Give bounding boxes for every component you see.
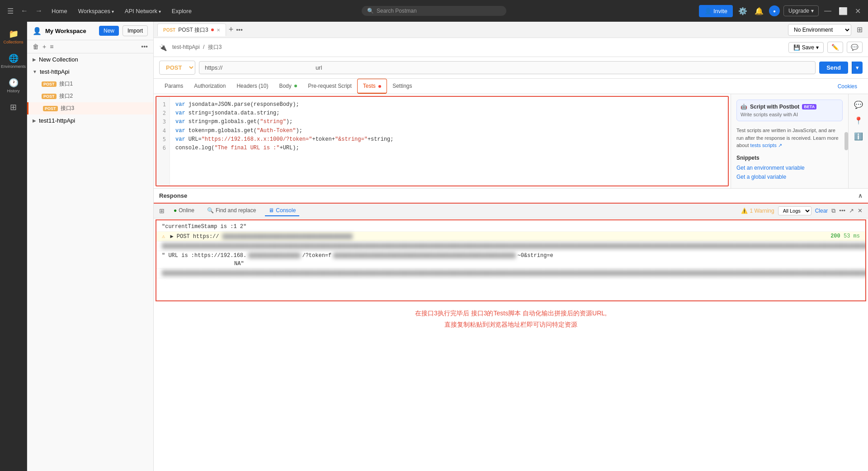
comment-icon-btn[interactable]: 💬 (847, 42, 863, 53)
tab-more-button[interactable]: ••• (236, 26, 243, 33)
menu-icon[interactable]: ☰ (5, 5, 15, 17)
settings-icon[interactable]: ⚙️ (736, 5, 749, 17)
code-line-6: console.log("The final URL is :"+URL); (175, 144, 722, 152)
close-icon[interactable]: ✕ (853, 5, 863, 17)
log-line-4: " URL is :https://192.168. █████████████… (156, 251, 865, 269)
collapse-response-icon[interactable]: ∧ (858, 192, 863, 199)
close-console-icon[interactable]: ✕ (858, 207, 863, 214)
home-nav-btn[interactable]: Home (48, 6, 71, 16)
tab-auth[interactable]: Authorization (189, 79, 231, 94)
collection-test11-httpapi[interactable]: ▶ test11-httpApi (27, 114, 153, 127)
forward-icon[interactable]: → (33, 5, 44, 17)
beta-badge: BETA (802, 104, 816, 109)
url-input[interactable] (199, 61, 816, 74)
api-item-3[interactable]: POST 接口3 (27, 102, 153, 114)
import-button[interactable]: Import (123, 25, 148, 36)
send-button[interactable]: Send (819, 62, 848, 74)
send-dropdown-button[interactable]: ▾ (852, 62, 863, 74)
response-bar: Response ∧ (154, 188, 868, 203)
environments-icon: 🌐 (9, 53, 19, 63)
layout-icon[interactable]: ⊞ (159, 207, 165, 214)
save-button[interactable]: 💾 Save ▾ (788, 42, 824, 53)
clear-button[interactable]: Clear (815, 208, 828, 214)
api-network-nav-btn[interactable]: API Network (121, 6, 165, 16)
script-panel: 🤖 Script with Postbot BETA Write scripts… (731, 94, 848, 188)
console-tab-find-replace[interactable]: 🔍 Find and replace (203, 205, 259, 216)
tab-headers[interactable]: Headers (10) (231, 79, 274, 94)
minimize-icon[interactable]: — (822, 5, 833, 17)
environment-selector[interactable]: No Environment (788, 24, 851, 36)
sidebar-toolbar: 🗑 + ≡ ••• (27, 40, 153, 53)
blurred-token: ████████████████████████████████████████… (333, 252, 515, 259)
collection-test-httpapi[interactable]: ▼ test-httpApi (27, 66, 153, 78)
tab-prerequest[interactable]: Pre-request Script (302, 79, 357, 94)
env-settings-icon[interactable]: ⊞ (855, 24, 864, 36)
tab-params[interactable]: Params (159, 79, 189, 94)
api-name-2: 接口2 (59, 92, 73, 100)
tab-body[interactable]: Body (274, 79, 302, 94)
panel-collapse-handle[interactable] (844, 132, 848, 150)
tab-close-icon[interactable]: ✕ (217, 28, 220, 33)
tab-post-api3[interactable]: POST POST 接口3 ✕ (157, 24, 226, 36)
add-icon[interactable]: + (42, 43, 46, 50)
maximize-icon[interactable]: ⬜ (837, 5, 849, 17)
sidebar-content: ▶ New Collection ▼ test-httpApi POST 接口1… (27, 53, 153, 471)
online-dot: ● (174, 207, 177, 214)
request-tabs: Params Authorization Headers (10) Body P… (154, 79, 868, 94)
comments-icon-btn[interactable]: 💬 (851, 98, 866, 112)
mock-icon: ⊞ (10, 102, 17, 112)
bell-icon[interactable]: 🔔 (753, 5, 765, 17)
line-numbers: 1 2 3 4 5 6 (156, 97, 170, 186)
info-icon-btn[interactable]: ℹ️ (851, 129, 866, 143)
code-content[interactable]: var jsondata=JSON.parse(responseBody); v… (170, 97, 728, 186)
arrow-icon: ▶ (33, 118, 36, 123)
snippet-link-1[interactable]: Get an environment variable (736, 165, 843, 171)
blurred-url: ████████████████████████████████████████ (222, 233, 353, 240)
warn-small-icon: ⚠ (162, 233, 165, 240)
sidebar-item-history[interactable]: 🕐 History (2, 74, 25, 97)
upgrade-button[interactable]: Upgrade ▾ (783, 5, 819, 16)
snippet-link-2[interactable]: Get a global variable (736, 174, 843, 180)
location-icon-btn[interactable]: 📍 (851, 114, 866, 128)
invite-button[interactable]: 👤 Invite (699, 5, 733, 17)
tab-add-button[interactable]: + (227, 25, 236, 34)
warning-icon: ⚠️ (741, 208, 748, 214)
new-collection-item[interactable]: ▶ New Collection (27, 53, 153, 66)
filter-icon[interactable]: ≡ (50, 43, 53, 50)
method-badge-post: POST (42, 81, 57, 87)
tab-cookies[interactable]: Cookies (832, 80, 863, 93)
explore-nav-btn[interactable]: Explore (168, 6, 195, 16)
sidebar-item-mock[interactable]: ⊞ (2, 99, 25, 116)
new-button[interactable]: New (99, 26, 119, 36)
code-editor[interactable]: 1 2 3 4 5 6 var jsondata=JSON.parse(resp… (156, 96, 729, 186)
edit-icon-btn[interactable]: ✏️ (827, 42, 843, 53)
workspaces-nav-btn[interactable]: Workspaces (75, 6, 118, 16)
method-select[interactable]: POST (159, 61, 195, 75)
unsaved-indicator (211, 29, 214, 31)
search-bar[interactable]: 🔍 Search Postman (362, 6, 506, 16)
api-icon: 🔌 (159, 44, 167, 51)
sidebar-item-environments[interactable]: 🌐 Environments (2, 50, 25, 72)
expand-console-icon[interactable]: ↗ (849, 207, 854, 214)
tab-tests[interactable]: Tests (357, 79, 387, 94)
back-icon[interactable]: ← (19, 5, 30, 17)
api-item-1[interactable]: POST 接口1 (27, 78, 153, 90)
avatar[interactable]: ● (769, 5, 780, 16)
code-line-4: var token=pm.globals.get("Auth-Token"); (175, 127, 722, 135)
console-tab-online[interactable]: ● Online (170, 205, 198, 216)
snippets-title: Snippets (736, 155, 843, 161)
tests-link[interactable]: tests scripts ↗ (750, 143, 782, 148)
trash-icon[interactable]: 🗑 (33, 43, 39, 50)
arrow-icon: ▼ (33, 69, 37, 74)
all-logs-select[interactable]: All Logs (778, 206, 811, 215)
response-label: Response (159, 192, 187, 199)
console-tab-console[interactable]: 🖥 Console (265, 205, 299, 216)
tab-settings[interactable]: Settings (387, 79, 417, 94)
more-console-icon[interactable]: ••• (839, 207, 845, 214)
api-item-2[interactable]: POST 接口2 (27, 90, 153, 102)
sidebar-item-collections[interactable]: 📁 Collections (2, 25, 25, 48)
annotation-line-1: 在接口3执行完毕后 接口3的Tests脚本 自动化输出拼接后的资源URL, (154, 308, 868, 319)
copy-console-icon[interactable]: ⧉ (831, 207, 835, 214)
more-icon[interactable]: ••• (141, 43, 148, 50)
api-name-3: 接口3 (61, 105, 75, 112)
